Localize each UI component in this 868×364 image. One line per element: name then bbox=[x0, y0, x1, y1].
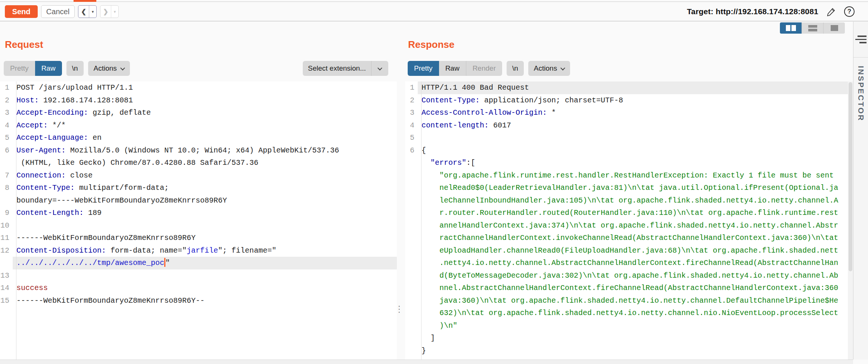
back-button[interactable]: ❮ bbox=[78, 6, 89, 18]
line-number: 5 bbox=[0, 132, 13, 144]
response-tabs: Pretty Raw Render \n Actions bbox=[408, 61, 853, 76]
code-line[interactable]: (KHTML, like Gecko) Chrome/87.0.4280.88 … bbox=[0, 157, 397, 169]
code-line: 1HTTP/1.1 400 Bad Request bbox=[405, 81, 848, 94]
code-line: "errors":[ bbox=[405, 157, 848, 169]
columns-layout-button[interactable] bbox=[780, 22, 802, 34]
code-line[interactable]: 12Content-Disposition: form-data; name="… bbox=[0, 244, 397, 257]
code-line[interactable]: 2Host: 192.168.174.128:8081 bbox=[0, 94, 397, 107]
code-line[interactable]: 15------WebKitFormBoundaryoZ8meKnrrso89R… bbox=[0, 294, 397, 307]
line-content: 632)\n\tat org.apache.flink.shaded.netty… bbox=[418, 307, 848, 320]
forward-button[interactable]: ❯ bbox=[100, 6, 111, 18]
line-content: leChannelInboundHandler.java:105)\n\tat … bbox=[418, 194, 848, 207]
history-back-group: ❮ ▾ bbox=[78, 5, 97, 18]
tab-request-raw[interactable]: Raw bbox=[35, 61, 62, 76]
code-line: r.router.RouterHandler.routed(RouterHand… bbox=[405, 207, 848, 219]
line-content: Access-Control-Allow-Origin: * bbox=[418, 107, 848, 119]
request-editor[interactable]: 1POST /jars/upload HTTP/1.12Host: 192.16… bbox=[0, 81, 397, 360]
response-actions-button[interactable]: Actions bbox=[528, 61, 570, 76]
line-number: 1 bbox=[0, 81, 13, 94]
forward-dropdown-icon[interactable]: ▾ bbox=[111, 6, 118, 18]
line-content: ------WebKitFormBoundaryoZ8meKnrrso89R6Y… bbox=[13, 294, 397, 307]
code-line[interactable]: 6User-Agent: Mozilla/5.0 (Windows NT 10.… bbox=[0, 144, 397, 157]
code-line[interactable]: 8Content-Type: multipart/form-data; bbox=[0, 182, 397, 194]
chevron-down-icon bbox=[371, 61, 388, 76]
history-forward-group: ❯ ▾ bbox=[100, 5, 119, 18]
code-line: 3Access-Control-Allow-Origin: * bbox=[405, 107, 848, 119]
line-number: 9 bbox=[0, 207, 13, 219]
toolbar: Send Cancel ❮ ▾ ❯ ▾ Target: http://192.1… bbox=[0, 2, 868, 21]
code-line[interactable]: 14success bbox=[0, 282, 397, 294]
code-line[interactable]: boundary=----WebKitFormBoundaryoZ8meKnrr… bbox=[0, 194, 397, 207]
columns-layout-icon bbox=[786, 25, 790, 31]
scrollbar-thumb[interactable] bbox=[849, 82, 852, 271]
line-content: ../../../../../../tmp/awesome_poc" bbox=[13, 257, 397, 269]
message-editor-area: Request Pretty Raw \n Actions Select ext… bbox=[0, 22, 868, 360]
tab-request-pretty[interactable]: Pretty bbox=[4, 61, 35, 76]
line-content: Content-Disposition: form-data; name="ja… bbox=[13, 244, 397, 257]
line-content: content-length: 6017 bbox=[418, 119, 848, 132]
line-number: 4 bbox=[0, 119, 13, 132]
code-line[interactable]: 9Content-Length: 189 bbox=[0, 207, 397, 219]
request-view-toggle: Pretty Raw bbox=[4, 61, 62, 76]
code-line[interactable]: 5Accept-Language: en bbox=[0, 132, 397, 144]
tab-response-render[interactable]: Render bbox=[466, 61, 502, 76]
panel-splitter-grip[interactable]: ⋮ bbox=[395, 306, 403, 323]
help-icon[interactable]: ? bbox=[844, 6, 855, 17]
inspector-tab[interactable]: INSPECTOR bbox=[856, 66, 865, 121]
response-scrollbar[interactable] bbox=[848, 81, 853, 360]
line-content: } bbox=[418, 345, 848, 357]
line-number bbox=[405, 219, 418, 232]
code-line[interactable]: ../../../../../../tmp/awesome_poc" bbox=[0, 257, 397, 269]
response-panel: Response Pretty Raw bbox=[405, 22, 853, 360]
line-number bbox=[0, 194, 13, 207]
rows-layout-icon bbox=[808, 25, 817, 31]
tab-response-raw[interactable]: Raw bbox=[439, 61, 466, 76]
line-number bbox=[405, 294, 418, 307]
line-number bbox=[405, 182, 418, 194]
edit-target-pencil-icon[interactable] bbox=[826, 7, 836, 17]
cancel-button[interactable]: Cancel bbox=[41, 5, 75, 18]
tab-request-newline[interactable]: \n bbox=[66, 61, 84, 76]
line-content: success bbox=[13, 282, 397, 294]
line-number: 10 bbox=[0, 219, 13, 232]
code-line[interactable]: 7Connection: close bbox=[0, 169, 397, 182]
horizontal-scrollbar-area[interactable] bbox=[0, 360, 853, 364]
code-line: )\n" bbox=[405, 320, 848, 332]
request-actions-button[interactable]: Actions bbox=[88, 61, 130, 76]
single-layout-button[interactable] bbox=[823, 22, 845, 34]
line-number: 5 bbox=[405, 132, 418, 144]
line-content: nelRead0$0(LeaderRetrievalHandler.java:8… bbox=[418, 182, 848, 194]
line-content: "errors":[ bbox=[418, 157, 848, 169]
line-number bbox=[405, 244, 418, 257]
repeater-view: Send Cancel ❮ ▾ ❯ ▾ Target: http://192.1… bbox=[0, 0, 868, 364]
code-line: java:360)\n\tat org.apache.flink.shaded.… bbox=[405, 294, 848, 307]
code-line: nnel.AbstractChannelHandlerContext.fireC… bbox=[405, 282, 848, 294]
line-number bbox=[405, 194, 418, 207]
line-number bbox=[405, 282, 418, 294]
code-line[interactable]: 13 bbox=[0, 269, 397, 282]
code-line[interactable]: 4Accept: */* bbox=[0, 119, 397, 132]
back-dropdown-icon[interactable]: ▾ bbox=[89, 6, 96, 18]
line-number bbox=[405, 332, 418, 345]
code-line[interactable]: 3Accept-Encoding: gzip, deflate bbox=[0, 107, 397, 119]
code-line: ] bbox=[405, 332, 848, 345]
line-content: ------WebKitFormBoundaryoZ8meKnrrso89R6Y bbox=[13, 232, 397, 244]
code-line: "org.apache.flink.runtime.rest.handler.R… bbox=[405, 169, 848, 182]
code-line[interactable]: 11------WebKitFormBoundaryoZ8meKnrrso89R… bbox=[0, 232, 397, 244]
line-content: Content-Length: 189 bbox=[13, 207, 397, 219]
code-line[interactable]: 1POST /jars/upload HTTP/1.1 bbox=[0, 81, 397, 94]
chevron-down-icon bbox=[120, 65, 125, 70]
inspector-collapse-button[interactable] bbox=[853, 22, 868, 58]
tab-response-pretty[interactable]: Pretty bbox=[408, 61, 439, 76]
rows-layout-button[interactable] bbox=[802, 22, 823, 34]
active-tab-indicator bbox=[74, 0, 96, 2]
line-content: ractChannelHandlerContext.invokeChannelR… bbox=[418, 232, 848, 244]
code-line[interactable]: 10 bbox=[0, 219, 397, 232]
line-content: "org.apache.flink.runtime.rest.handler.R… bbox=[418, 169, 848, 182]
line-content: HTTP/1.1 400 Bad Request bbox=[418, 81, 848, 94]
request-panel: Request Pretty Raw \n Actions Select ext… bbox=[0, 22, 401, 360]
extension-select[interactable]: Select extension... bbox=[303, 61, 388, 76]
send-button[interactable]: Send bbox=[5, 5, 38, 18]
line-number bbox=[405, 307, 418, 320]
tab-response-newline[interactable]: \n bbox=[507, 61, 524, 76]
